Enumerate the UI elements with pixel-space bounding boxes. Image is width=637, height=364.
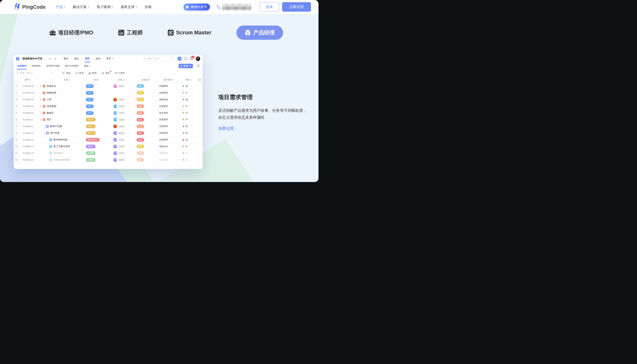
chevron-down-icon [136,6,137,8]
feature-description: 项目需求管理 灵活拆解产品需求为用户故事、任务等不同颗粒度， 自定义需求状态及多… [218,93,313,131]
gear-icon[interactable] [198,78,201,81]
pingcode-logo[interactable]: PingCode [14,3,46,11]
expand-toggle[interactable] [39,99,42,100]
global-search-input[interactable]: 搜索（⌘+K） [142,56,175,61]
requirement-type: 功能需求 [157,103,180,110]
table-row-YCWEB-13[interactable]: 10YCWEB-13第三方账号登录测试中小董普通体验优化中 [14,143,202,150]
create-plus-button[interactable] [178,56,182,61]
tab-更多[interactable]: 更多 [84,62,91,70]
filter-toolbar: 搜索（⌘+G） ▾ 筛选 排序 [14,70,202,77]
tab-需求[interactable]: 需求 [85,55,90,62]
expand-toggle[interactable] [39,106,42,107]
tab-更多[interactable]: 更多 [106,55,114,62]
risk-cell: 低 [180,83,197,90]
table-row-YCWEB-101[interactable]: 2YCWEB-101商城管理打开普通功能需求中 [14,90,202,96]
expand-toggle[interactable] [39,85,42,87]
nav-item-客户案例[interactable]: 客户案例 [97,4,113,9]
column-header-assignee[interactable]: 负责人 [111,77,134,83]
code-icon [118,30,124,36]
free-trial-link[interactable]: 免费试用 〉 [218,126,238,131]
assignee-name-blurred [118,118,125,121]
tab-全部特性[interactable]: 全部特性 [32,62,41,70]
select-all-checkbox[interactable] [15,78,18,81]
status-pill: 已完成 [86,151,96,155]
tab-进行中的需求[interactable]: 进行中的需求 [65,62,79,70]
item-title-cell: 商城后台 [37,83,84,90]
table-row-YCWEB-49[interactable]: 5YCWEB-49购物车打开小帅较高安全需求中 [14,110,202,116]
filter-button[interactable]: 筛选 [62,72,70,74]
requirement-type: 体验优化 [157,143,180,150]
persona-tab-scrum-master[interactable]: Scrum Master [168,30,212,36]
nav-item-产品[interactable]: 产品 [56,4,66,9]
list-icon [102,72,104,74]
login-button[interactable]: 登录 [260,2,279,12]
table-row-YCWEB-69[interactable]: 4YCWEB-69浏览商城打开小帅较高功能需求中 [14,103,202,110]
column-header-priority[interactable]: 优先级 [134,77,158,83]
notifications-button[interactable]: 4 [190,57,193,60]
requirement-type: 功能需求 [157,150,180,156]
table-row-YCWEB-23[interactable]: 12YCWEB-23手机验证码登录已完成小董较高功能需求低 [14,157,202,164]
star-favorite-icon[interactable] [49,57,52,60]
expand-toggle[interactable] [43,126,46,127]
nav-item-价格[interactable]: 价格 [144,4,152,9]
filter-lines-icon [62,72,65,74]
row-actions-cell [196,150,202,156]
persona-tab-pm-pmo[interactable]: 项目经理/PMO [49,29,93,36]
feature-icon [43,92,45,94]
column-header-id[interactable]: 编号 [19,77,37,83]
table-row-YCWEB-16[interactable]: 3YCWEB-16订单打开普通体验优化低 [14,96,202,103]
table-row-YCWEB-25[interactable]: 9YCWEB-25账号密码登录需求评估中小董最高功能需求高 [14,136,202,143]
table-row-YCWEB-61[interactable]: 7YCWEB-61新用户注册进行中较高功能需求低 [14,123,202,130]
project-switcher-icon[interactable] [43,58,44,60]
table-row-YCWEB-6[interactable]: 6YCWEB-6用户进行中小帅最高功能需求中 [14,116,202,123]
chevron-down-icon[interactable]: ▾ [52,72,52,74]
priority-cell: 最高 [134,136,158,143]
project-title[interactable]: 易成商城Web开发 [22,57,42,60]
priority-pill: 较高 [137,158,144,162]
expand-toggle[interactable] [39,119,42,120]
table-row-YCWEB-36[interactable]: 11YCWEB-36用户登出已完成小董较高功能需求低 [14,150,202,157]
tab-缺陷[interactable]: 缺陷 [96,55,100,62]
tab-全部需求[interactable]: 全部需求 [17,62,26,70]
assignee-cell [111,90,134,96]
tree-view-button[interactable]: 树状 [88,72,97,74]
whitepaper-badge[interactable]: 敏捷白皮书 [184,4,210,10]
item-title-cell: 手机验证码登录 [37,157,84,163]
column-header-risk[interactable]: 风险 [180,77,197,83]
pingcode-logo-icon [14,3,20,11]
expand-toggle[interactable] [43,132,46,134]
tab-全部用户故事[interactable]: 全部用户故事 [46,62,60,70]
table-row-YCWEB-14[interactable]: 8YCWEB-14用户登录进行中小董最高功能需求低 [14,130,202,136]
user-avatar[interactable] [196,56,200,61]
swap-settings-icon[interactable] [54,57,57,60]
table-search-input[interactable]: 搜索（⌘+G） [16,72,52,74]
table-header: 编号 标题 状态 负责人 优先级 需求类型 风险 [14,77,202,83]
nav-item-解决方案[interactable]: 解决方案 [73,4,90,9]
column-header-reqtype[interactable]: 需求类型 [157,77,180,83]
nav-item-服务支持[interactable]: 服务支持 [121,4,137,9]
try-now-button[interactable]: 立即试用 [282,2,311,12]
row-actions-cell [196,83,202,90]
assignee-avatar: 小董 [113,144,117,148]
persona-tab-product-manager[interactable]: 产品经理 [236,26,283,40]
row-actions-cell [196,130,202,136]
list-view-toggle[interactable] [197,64,200,67]
plus-icon [180,65,182,67]
table-row-YCWEB-30[interactable]: 1YCWEB-30商城后台打开小李较低功能需求低 [14,83,202,90]
risk-cell: 中 [180,90,197,96]
risk-label: 中 [186,92,188,94]
tab-规划[interactable]: 规划 [74,55,79,62]
more-actions-button[interactable]: 更多 [102,72,110,74]
project-folder-icon[interactable] [16,57,19,60]
assignee-avatar: 小董 [113,151,117,155]
help-button[interactable]: ? [184,57,187,60]
new-item-button[interactable]: 新建 [179,64,193,68]
sort-button[interactable]: 排序 [75,72,84,74]
tab-概览[interactable]: 概览 [64,55,68,62]
column-header-title[interactable]: 标题 [37,77,84,83]
feature-icon [43,85,45,88]
persona-tab-engineer[interactable]: 工程师 [118,29,143,36]
item-title-cell: 用户 [37,116,84,123]
expand-toggle[interactable] [39,112,42,114]
column-header-status[interactable]: 状态 [84,77,111,83]
